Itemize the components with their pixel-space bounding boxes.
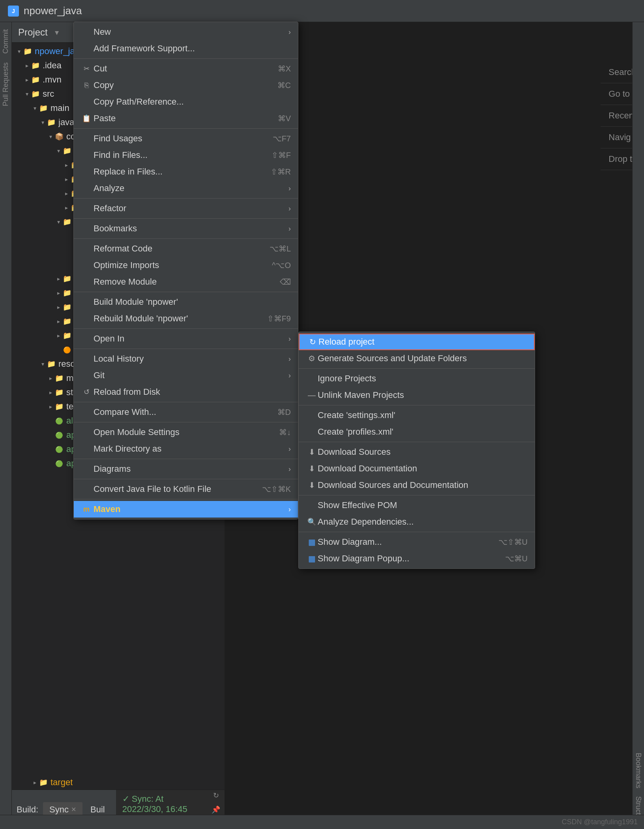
build-reload-icon[interactable]: ↻ (210, 790, 221, 801)
menu-copy-shortcut: ⌘C (277, 81, 291, 90)
build-pin-icon[interactable]: 📌 (210, 804, 221, 815)
commit-label[interactable]: Commit (2, 26, 10, 57)
tree-arrow-sub2: ▸ (62, 175, 70, 183)
menu-item-reformat[interactable]: Reformat Code ⌥⌘L (74, 240, 298, 257)
menu-item-local-history[interactable]: Local History › (74, 351, 298, 367)
tree-label-idea: .idea (43, 60, 62, 71)
menu-item-refactor[interactable]: Refactor › (74, 200, 298, 217)
submenu-item-download-both[interactable]: ⬇ Download Sources and Documentation (299, 477, 535, 493)
menu-item-copy-path[interactable]: Copy Path/Reference... (74, 94, 298, 110)
menu-item-add-framework[interactable]: Add Framework Support... (74, 40, 298, 57)
submenu-item-generate-sources[interactable]: ⚙ Generate Sources and Update Folders (299, 350, 535, 367)
menu-open-in-label: Open In (94, 334, 285, 344)
context-menu-maven: ↻ Reload project ⚙ Generate Sources and … (298, 332, 535, 569)
pull-requests-label[interactable]: Pull Requests (2, 59, 10, 109)
menu-item-cut[interactable]: ✂ Cut ⌘X (74, 60, 298, 77)
menu-item-replace-files[interactable]: Replace in Files... ⇧⌘R (74, 163, 298, 180)
menu-item-compare-with[interactable]: Compare With... ⌘D (74, 404, 298, 420)
menu-item-new[interactable]: New › (74, 24, 298, 40)
menu-item-optimize[interactable]: Optimize Imports ^⌥O (74, 257, 298, 274)
menu-sep-10 (74, 422, 298, 422)
menu-item-paste[interactable]: 📋 Paste ⌘V (74, 110, 298, 127)
menu-rebuild-module-label: Rebuild Module 'npower' (94, 313, 267, 324)
submenu-item-show-diagram-popup[interactable]: ▦ Show Diagram Popup... ⌥⌘U (299, 550, 535, 567)
menu-item-open-in[interactable]: Open In › (74, 330, 298, 347)
submenu-show-effective-label: Show Effective POM (318, 500, 528, 510)
submenu-show-diagram-popup-label: Show Diagram Popup... (318, 553, 505, 564)
menu-paste-shortcut: ⌘V (278, 114, 291, 123)
menu-open-module-settings-label: Open Module Settings (94, 427, 279, 437)
menu-find-usages-shortcut: ⌥F7 (273, 134, 291, 143)
menu-item-find-usages[interactable]: Find Usages ⌥F7 (74, 130, 298, 147)
folder-icon-idea: 📁 (31, 61, 40, 70)
menu-item-rebuild-module[interactable]: Rebuild Module 'npower' ⇧⌘F9 (74, 310, 298, 327)
folder-icon-use: 📁 (62, 331, 72, 340)
menu-optimize-label: Optimize Imports (94, 260, 272, 270)
folder-icon-db: 📁 (62, 288, 72, 298)
bookmarks-label[interactable]: Bookmarks (634, 749, 642, 792)
submenu-item-download-sources[interactable]: ⬇ Download Sources (299, 444, 535, 460)
menu-sep-7 (74, 328, 298, 329)
menu-replace-files-shortcut: ⇧⌘R (271, 167, 291, 176)
panel-dropdown-arrow[interactable]: ▾ (55, 28, 59, 37)
menu-item-build-module[interactable]: Build Module 'npower' (74, 294, 298, 310)
menu-item-find-files[interactable]: Find in Files... ⇧⌘F (74, 147, 298, 163)
tab-sync-close[interactable]: ✕ (71, 806, 76, 813)
menu-sep-11 (74, 459, 298, 459)
submenu-item-show-diagram[interactable]: ▦ Show Diagram... ⌥⇧⌘U (299, 534, 535, 550)
tree-arrow-mvn: ▸ (23, 76, 31, 84)
status-bar: CSDN @tangfuling1991 (0, 815, 644, 829)
menu-mark-directory-label: Mark Directory as (94, 444, 285, 454)
menu-copy-label: Copy (94, 80, 277, 90)
menu-item-maven[interactable]: m Maven › (74, 501, 298, 518)
menu-item-copy[interactable]: ⎘ Copy ⌘C (74, 77, 298, 94)
submenu-download-docs-label: Download Documentation (318, 463, 528, 474)
menu-remove-module-shortcut: ⌫ (280, 277, 291, 287)
submenu-create-settings-label: Create 'settings.xml' (318, 410, 528, 420)
submenu-sep-4 (299, 495, 535, 495)
menu-sep-6 (74, 292, 298, 292)
menu-analyze-arrow: › (288, 184, 291, 193)
submenu-analyze-deps-label: Analyze Dependencies... (318, 517, 528, 527)
target-folder-row[interactable]: ▸ 📁 target (12, 775, 225, 790)
tab-build-label: Buil (90, 805, 105, 815)
menu-item-convert-kotlin[interactable]: Convert Java File to Kotlin File ⌥⇧⌘K (74, 481, 298, 497)
folder-icon-pfolder: 📁 (62, 217, 72, 227)
tree-arrow-static: ▸ (47, 388, 54, 396)
menu-compare-shortcut: ⌘D (277, 407, 291, 417)
tree-arrow-root: ▾ (15, 47, 23, 55)
tree-arrow-com-n: ▾ (47, 133, 54, 141)
menu-item-bookmarks[interactable]: Bookmarks › (74, 220, 298, 237)
submenu-item-analyze-deps[interactable]: 🔍 Analyze Dependencies... (299, 514, 535, 530)
menu-item-open-module-settings[interactable]: Open Module Settings ⌘↓ (74, 424, 298, 441)
status-bar-right: CSDN @tangfuling1991 (562, 818, 638, 826)
submenu-item-create-settings[interactable]: Create 'settings.xml' (299, 407, 535, 424)
tree-arrow-sub3: ▸ (62, 189, 70, 197)
menu-optimize-shortcut: ^⌥O (272, 261, 291, 270)
tree-arrow-idea: ▸ (23, 62, 31, 69)
tree-arrow-templa: ▸ (47, 403, 54, 411)
app-title: npower_java (24, 5, 82, 17)
menu-item-remove-module[interactable]: Remove Module ⌫ (74, 274, 298, 290)
file-icon-alipay: 🟢 (54, 416, 64, 426)
menu-new-arrow: › (288, 28, 291, 36)
menu-local-history-arrow: › (288, 355, 291, 363)
submenu-item-create-profiles[interactable]: Create 'profiles.xml' (299, 424, 535, 440)
submenu-item-unlink-maven[interactable]: — Unlink Maven Projects (299, 387, 535, 403)
menu-item-git[interactable]: Git › (74, 367, 298, 384)
submenu-item-ignore-projects[interactable]: Ignore Projects (299, 370, 535, 387)
submenu-item-show-effective-pom[interactable]: Show Effective POM (299, 497, 535, 514)
left-tool-strip: Commit Pull Requests (0, 22, 12, 829)
menu-refactor-arrow: › (288, 204, 291, 213)
menu-item-analyze[interactable]: Analyze › (74, 180, 298, 197)
submenu-item-reload-project[interactable]: ↻ Reload project (299, 334, 535, 350)
menu-item-reload-disk[interactable]: ↺ Reload from Disk (74, 384, 298, 400)
menu-add-fw-label: Add Framework Support... (94, 43, 291, 54)
menu-convert-kotlin-shortcut: ⌥⇧⌘K (262, 484, 291, 494)
submenu-show-diagram-icon: ▦ (306, 537, 318, 547)
menu-git-arrow: › (288, 371, 291, 380)
submenu-item-download-docs[interactable]: ⬇ Download Documentation (299, 460, 535, 477)
menu-item-diagrams[interactable]: Diagrams › (74, 461, 298, 477)
folder-icon-static: 📁 (54, 388, 64, 397)
menu-item-mark-directory[interactable]: Mark Directory as › (74, 441, 298, 457)
